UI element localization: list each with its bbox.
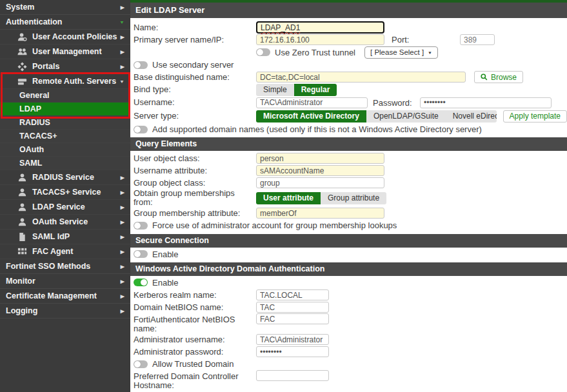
sidebar-item-user-management[interactable]: User Management ▶ xyxy=(0,44,130,59)
sidebar-item-system[interactable]: System ▶ xyxy=(0,0,130,15)
chevron-right-icon: ▶ xyxy=(121,219,124,224)
netbios-row: Domain NetBIOS name: xyxy=(130,301,567,313)
sidebar-item-tacacs-service[interactable]: TACACS+ Service ▶ xyxy=(0,185,130,200)
allow-trusted-toggle[interactable] xyxy=(134,360,148,368)
server-type-row: Server type: Microsoft Active Directory … xyxy=(130,109,567,123)
preferred-dc-input[interactable] xyxy=(256,370,329,381)
winad-enable-row: Enable xyxy=(130,276,567,289)
sidebar-item-logging[interactable]: Logging ▶ xyxy=(0,304,130,318)
server-type-msad-button[interactable]: Microsoft Active Directory xyxy=(256,110,366,122)
zero-trust-label: Use Zero Trust tunnel xyxy=(275,48,355,57)
user-icon xyxy=(17,217,28,227)
sidebar-item-label: Certificate Management xyxy=(6,291,121,300)
apply-template-button[interactable]: Apply template xyxy=(503,110,567,122)
zero-trust-toggle[interactable] xyxy=(256,48,270,56)
sidebar-item-fac-agent[interactable]: FAC Agent ▶ xyxy=(0,244,130,259)
sidebar-item-oauth-service[interactable]: OAuth Service ▶ xyxy=(0,215,130,230)
admin-username-input[interactable] xyxy=(256,334,329,345)
port-label: Port: xyxy=(384,35,460,44)
add-domains-toggle[interactable] xyxy=(134,126,148,133)
sidebar-item-radius[interactable]: RADIUS xyxy=(0,116,130,130)
sidebar-item-remote-auth-servers[interactable]: Remote Auth. Servers ▼ xyxy=(0,74,130,89)
browse-button[interactable]: Browse xyxy=(474,71,523,83)
chevron-right-icon: ▶ xyxy=(121,34,124,39)
admin-password-row: Administrator password: xyxy=(130,346,567,358)
sidebar-item-certificate-management[interactable]: Certificate Management ▶ xyxy=(0,289,130,304)
winad-enable-label: Enable xyxy=(152,278,178,288)
server-type-label: Server type: xyxy=(134,112,256,121)
admin-password-input[interactable] xyxy=(256,346,329,357)
sidebar-item-label: SAML IdP xyxy=(32,232,121,241)
sidebar-item-portals[interactable]: Portals ▶ xyxy=(0,59,130,74)
sidebar-item-ldap[interactable]: LDAP xyxy=(0,103,130,116)
admin-username-label: Administrator username: xyxy=(134,335,256,344)
user-gear-icon xyxy=(17,32,28,42)
sidebar-item-label: General xyxy=(19,91,124,100)
username-attribute-input[interactable] xyxy=(256,165,384,176)
secondary-server-toggle[interactable] xyxy=(134,61,148,69)
zero-trust-row: Use Zero Trust tunnel [ Please Select ] … xyxy=(130,46,567,59)
username-label: Username: xyxy=(134,98,256,107)
base-dn-label: Base distinguished name: xyxy=(134,73,256,82)
base-dn-input[interactable] xyxy=(256,72,466,83)
server-type-openldap-button[interactable]: OpenLDAP/GSuite xyxy=(366,110,446,122)
obtain-memberships-label: Obtain group memberships from: xyxy=(134,189,256,207)
secure-enable-toggle[interactable] xyxy=(134,250,148,258)
sidebar-item-monitor[interactable]: Monitor ▶ xyxy=(0,274,130,289)
zero-trust-select[interactable]: [ Please Select ] ▼ xyxy=(364,46,438,59)
user-object-class-input[interactable] xyxy=(256,153,384,164)
grid-icon xyxy=(17,247,28,257)
obtain-group-attribute-button[interactable]: Group attribute xyxy=(321,192,386,204)
sidebar-item-authentication[interactable]: Authentication ▼ xyxy=(0,15,130,30)
sidebar-item-saml-idp[interactable]: SAML IdP ▶ xyxy=(0,230,130,244)
group-object-class-input[interactable] xyxy=(256,177,384,188)
chevron-right-icon: ▶ xyxy=(121,234,124,239)
sidebar-item-label: OAuth xyxy=(19,145,124,154)
username-input[interactable] xyxy=(256,97,368,108)
group-membership-attr-input[interactable] xyxy=(256,208,384,219)
sidebar-item-saml[interactable]: SAML xyxy=(0,157,130,170)
secure-connection-section-title: Secure Connection xyxy=(130,234,567,248)
obtain-memberships-row: Obtain group memberships from: User attr… xyxy=(130,189,567,207)
obtain-user-attribute-button[interactable]: User attribute xyxy=(256,192,321,204)
server-type-novell-button[interactable]: Novell eDirectory/Others xyxy=(446,110,497,122)
netbios-label: Domain NetBIOS name: xyxy=(134,303,256,312)
sidebar-item-label: RADIUS Service xyxy=(32,173,121,182)
sidebar-item-label: System xyxy=(6,3,121,12)
username-attribute-label: Username attribute: xyxy=(134,166,256,175)
sidebar-item-general[interactable]: General xyxy=(0,89,130,103)
sidebar-item-radius-service[interactable]: RADIUS Service ▶ xyxy=(0,170,130,185)
force-admin-label: Force use of administrator account for g… xyxy=(152,220,397,230)
sidebar-item-label: Portals xyxy=(32,62,121,71)
primary-server-input[interactable] xyxy=(256,34,384,45)
force-admin-toggle[interactable] xyxy=(134,222,148,230)
sidebar-item-fortinet-sso-methods[interactable]: Fortinet SSO Methods ▶ xyxy=(0,259,130,274)
document-icon xyxy=(17,232,28,242)
kerberos-row: Kerberos realm name: xyxy=(130,289,567,301)
fac-netbios-input[interactable] xyxy=(256,313,329,324)
sidebar-item-label: TACACS+ Service xyxy=(32,188,121,197)
sidebar-item-label: LDAP Service xyxy=(32,202,121,211)
page-title: Edit LDAP Server xyxy=(130,3,567,18)
allow-trusted-row: Allow Trusted Domain xyxy=(130,358,567,370)
admin-username-row: Administrator username: xyxy=(130,333,567,346)
winad-enable-toggle[interactable] xyxy=(134,279,148,286)
sidebar-item-label: Monitor xyxy=(6,277,121,286)
bind-type-regular-button[interactable]: Regular xyxy=(294,84,337,96)
winad-section-title: Windows Active Directory Domain Authenti… xyxy=(130,262,567,276)
sidebar-item-tacacs[interactable]: TACACS+ xyxy=(0,130,130,143)
primary-server-label: Primary server name/IP: xyxy=(134,35,256,44)
name-input[interactable]: LDAP_AD1 xyxy=(256,21,384,34)
password-input[interactable] xyxy=(420,97,552,108)
sidebar-item-oauth[interactable]: OAuth xyxy=(0,143,130,157)
netbios-input[interactable] xyxy=(256,302,329,313)
chevron-down-icon: ▼ xyxy=(428,50,432,54)
sidebar-item-user-account-policies[interactable]: User Account Policies ▶ xyxy=(0,30,130,44)
bind-type-simple-button[interactable]: Simple xyxy=(256,84,294,96)
sidebar-item-ldap-service[interactable]: LDAP Service ▶ xyxy=(0,200,130,215)
kerberos-input[interactable] xyxy=(256,289,329,300)
port-input[interactable] xyxy=(460,34,495,45)
chevron-right-icon: ▶ xyxy=(121,249,124,254)
chevron-right-icon: ▶ xyxy=(121,190,124,195)
user-object-class-label: User object class: xyxy=(134,154,256,163)
